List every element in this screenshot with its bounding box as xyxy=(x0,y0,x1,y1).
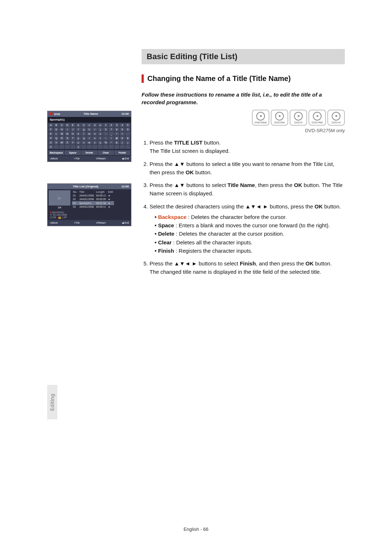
keyboard-cell xyxy=(120,145,125,149)
title-list-table: No.TitleLengthEdit 01JAN/01/200800:00:11… xyxy=(72,190,114,209)
osd2-meta-time: 12:06 xyxy=(50,216,56,219)
keyboard-action: Finish xyxy=(114,150,130,155)
step-3: Press the ▲▼ buttons to select Title Nam… xyxy=(150,181,345,198)
osd1-hdr-left: DVD xyxy=(54,113,60,116)
keyboard-cell: Z xyxy=(48,145,53,149)
keyboard-cell: 6 xyxy=(103,127,108,131)
keyboard-cell xyxy=(125,145,130,149)
keyboard-cell: I xyxy=(65,127,70,131)
keyboard-cell xyxy=(59,145,64,149)
keyboard-cell xyxy=(103,145,108,149)
keyboard-cell: = xyxy=(120,132,125,136)
keyboard-cell: 3 xyxy=(114,123,119,127)
table-row: 01JAN/01/200800:00:11► xyxy=(72,194,114,198)
bullet-finish: Finish : Registers the character inputs. xyxy=(155,247,345,255)
keyboard-cell: # xyxy=(120,136,125,140)
keyboard-cell: j xyxy=(98,127,103,131)
keyboard-cell: c xyxy=(87,123,92,127)
keyboard-cell: 4 xyxy=(120,123,125,127)
keyboard-cell: J xyxy=(70,127,75,131)
keyboard-cell: _ xyxy=(109,132,114,136)
keyboard-cell: ^ xyxy=(109,141,114,145)
osd2-meta-title: Sports(A1) xyxy=(52,211,64,214)
subhead: Changing the Name of a Title (Title Name… xyxy=(142,74,345,83)
keyboard-cell: t xyxy=(98,136,103,140)
keyboard-cell: G xyxy=(54,127,59,131)
page-footer: English - 66 xyxy=(0,526,392,532)
keyboard-cell: e xyxy=(98,123,103,127)
keyboard-cell: - xyxy=(103,132,108,136)
keyboard-cell: X xyxy=(65,141,70,145)
keyboard-cell: ( xyxy=(120,141,125,145)
keyboard-cell: ~ xyxy=(103,136,108,140)
keyboard-cell xyxy=(54,145,59,149)
table-row: 04JAN/01/200800:00:11► xyxy=(72,205,114,209)
osd1-hdr-mid: Title Name xyxy=(83,112,98,116)
disc-icon: DVD+RW xyxy=(309,110,326,126)
bullet-clear: Clear : Deletes all the character inputs… xyxy=(155,238,345,247)
side-tab-label: Editing xyxy=(49,394,55,411)
keyboard-cell: p xyxy=(76,136,81,140)
intro-text: Follow these instructions to rename a ti… xyxy=(142,91,345,106)
keyboard-cell: 1 xyxy=(103,123,108,127)
keyboard-cell: n xyxy=(92,132,97,136)
keyboard-cell: l xyxy=(81,132,86,136)
disc-icon: DVD-RAM xyxy=(252,110,269,126)
keyboard-action: Delete xyxy=(81,150,97,155)
keyboard-cell: d xyxy=(92,123,97,127)
keyboard-cell: 9 xyxy=(120,127,125,131)
bullet-backspace: Backspace : Deletes the character before… xyxy=(155,213,345,221)
keyboard-cell: x xyxy=(92,141,97,145)
keyboard-cell: P xyxy=(48,136,53,140)
keyboard-cell: T xyxy=(70,136,75,140)
step-1: Press the TITLE LIST button. The Title L… xyxy=(150,138,345,155)
table-row: 03Sports(A1)00:01:36► xyxy=(72,201,114,205)
osd2-hdr-mid: Title List (Original) xyxy=(73,185,99,188)
model-note: DVD-SR275M only xyxy=(142,128,345,133)
keyboard-cell: K xyxy=(48,132,53,136)
keyboard-cell: 7 xyxy=(109,127,114,131)
keyboard-cell: 8 xyxy=(114,127,119,131)
osd1-title-field: Sports(A1) xyxy=(48,117,131,122)
osd2-counter: 3/4 xyxy=(49,206,70,209)
keyboard-cell: v xyxy=(81,141,86,145)
osd-footer-hint: ⏏Exit xyxy=(122,157,129,160)
keyboard-cell: ) xyxy=(125,141,130,145)
osd-title-name-screen: DVD Title Name 12:00 Sports(A1) ABCDEabc… xyxy=(47,111,131,162)
keyboard-cell: r xyxy=(87,136,92,140)
keyboard-cell: L xyxy=(54,132,59,136)
osd2-meta-date: 01/Jan/2008 xyxy=(53,214,67,216)
keyboard-cell: C xyxy=(59,123,64,127)
keyboard-cell: R xyxy=(59,136,64,140)
keyboard-cell xyxy=(109,145,114,149)
keyboard-cell: m xyxy=(87,132,92,136)
disc-compat-row: DVD-RAMDVD-RWDVD-RDVD+RWDVD+R xyxy=(142,110,345,126)
keyboard-cell: f xyxy=(76,127,81,131)
keyboard-cell: o xyxy=(98,132,103,136)
osd1-hdr-right: 12:00 xyxy=(122,112,129,116)
thumbnail-placeholder: ▷ xyxy=(49,190,70,206)
keyboard-cell: B xyxy=(54,123,59,127)
keyboard-cell xyxy=(98,145,103,149)
keyboard-cell: O xyxy=(70,132,75,136)
keyboard-cell xyxy=(114,145,119,149)
keyboard-cell xyxy=(92,145,97,149)
keyboard-cell: $ xyxy=(125,136,130,140)
keyboard-cell: N xyxy=(65,132,70,136)
keyboard-cell: h xyxy=(87,127,92,131)
osd-footer-hint: ◇Move xyxy=(50,157,58,160)
keyboard-cell: a xyxy=(76,123,81,127)
record-icon xyxy=(50,112,53,115)
keyboard-cell: b xyxy=(81,123,86,127)
keyboard-cell: ! xyxy=(109,136,114,140)
side-tab-editing: Editing xyxy=(47,385,57,419)
bullet-space: Space : Enters a blank and moves the cur… xyxy=(155,221,345,229)
keyboard-cell: A xyxy=(48,123,53,127)
keyboard-cell: & xyxy=(114,141,119,145)
keyboard-cell: U xyxy=(48,141,53,145)
table-row: 02JAN/01/200800:00:09► xyxy=(72,198,114,202)
keyboard-cell: Q xyxy=(54,136,59,140)
table-header: No. xyxy=(72,190,78,194)
osd2-hdr-right: 12:00 xyxy=(122,185,129,188)
keyboard-cell xyxy=(70,145,75,149)
